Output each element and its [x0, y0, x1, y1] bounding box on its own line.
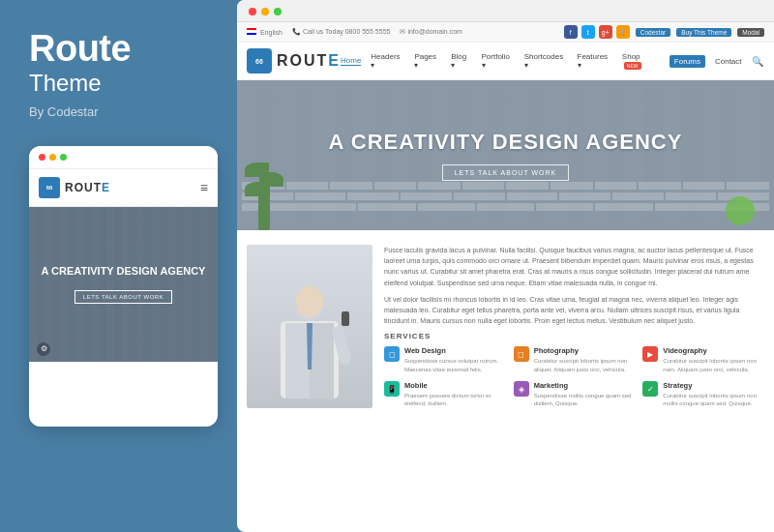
content-text: Fusce iaculis gravida lacus a pulvinar. … [384, 245, 764, 408]
service-desc-strategy: Curabitur suscipit lobortis ipsum non mo… [663, 392, 764, 408]
site-main-nav: 66 ROUTE Home Headers ▾ Pages ▾ Blog ▾ P… [237, 43, 774, 80]
man-figure [247, 245, 372, 408]
browser-dot-yellow [261, 8, 269, 15]
nav-link-features[interactable]: Features ▾ [578, 52, 612, 70]
nav-link-forums[interactable]: Forums [670, 55, 705, 68]
site-hero: A CREATIVITY DESIGN AGENCY LETS TALK ABO… [237, 80, 774, 230]
theme-title: Route [29, 29, 218, 70]
flag-icon [247, 28, 256, 35]
googleplus-icon[interactable]: g+ [599, 25, 612, 39]
left-panel: Route Theme By Codestar 66 ROUTE ≡ [0, 0, 237, 532]
nav-link-shop[interactable]: Shop NEW [622, 52, 660, 70]
service-info-photo: Photography Curabitur suscipit lobortis … [534, 346, 636, 373]
service-item-strategy: ✓ Strategy Curabitur suscipit lobortis i… [642, 381, 764, 408]
nav-link-pages[interactable]: Pages ▾ [414, 52, 441, 70]
site-topbar: English 📞 Call us Today 0800 555 5555 ✉ … [237, 22, 774, 43]
service-name-photo: Photography [534, 346, 636, 355]
service-desc-photo: Curabitur suscipit lobortis ipsum non al… [534, 357, 636, 373]
mobile-dot-green [60, 154, 67, 161]
site-hero-cta-button[interactable]: LETS TALK ABOUT WORK [442, 164, 570, 181]
svg-rect-2 [285, 323, 310, 399]
nav-link-portfolio[interactable]: Portfolio ▾ [482, 52, 515, 70]
mobile-nav: 66 ROUTE ≡ [29, 169, 218, 207]
service-info-mobile: Mobile Praesent posuere dictum tortor et… [404, 381, 506, 408]
strategy-icon: ✓ [642, 381, 658, 397]
buy-theme-button[interactable]: Buy This Theme [676, 28, 731, 37]
service-info-video: Videography Curabitur suscipit lobortis … [663, 346, 764, 373]
nav-link-shortcodes[interactable]: Shortcodes ▾ [524, 52, 568, 70]
site-logo-box: 66 [247, 48, 272, 74]
browser-dot-green [274, 8, 282, 15]
language-selector[interactable]: English [247, 28, 283, 36]
mobile-preview-header [29, 146, 218, 169]
mobile-hero-content: A CREATIVITY DESIGN AGENCY LETS TALK ABO… [32, 254, 216, 313]
modal-button[interactable]: Modal [737, 28, 764, 37]
cart-icon[interactable]: 🛒 [616, 25, 630, 39]
right-panel: English 📞 Call us Today 0800 555 5555 ✉ … [237, 0, 774, 532]
site-hero-content: A CREATIVITY DESIGN AGENCY LETS TALK ABO… [237, 80, 774, 230]
service-name-mobile: Mobile [404, 381, 506, 390]
service-name-video: Videography [663, 346, 764, 355]
email-address: ✉ info@domain.com [400, 28, 461, 36]
browser-chrome [237, 0, 774, 22]
topbar-social: f t g+ 🛒 [564, 25, 630, 39]
service-info-marketing: Marketing Suspendisse mollis congue quam… [534, 381, 636, 408]
mobile-logo-highlight: E [102, 181, 110, 194]
site-logo-highlight: E [328, 52, 341, 69]
mobile-preview: 66 ROUTE ≡ A CREATIVITY DESIGN AGENCY LE… [29, 146, 218, 427]
photography-icon: ◻ [514, 346, 529, 362]
shop-new-badge: NEW [624, 62, 641, 70]
by-author: By Codestar [29, 104, 218, 119]
mobile-hamburger-icon[interactable]: ≡ [200, 180, 208, 195]
site-hero-title: A CREATIVITY DESIGN AGENCY [329, 130, 683, 155]
svg-point-5 [296, 286, 323, 317]
mobile-logo-row: 66 ROUTE [39, 177, 110, 198]
codestar-button[interactable]: Codestar [636, 28, 670, 37]
content-image [247, 245, 372, 408]
content-paragraph-1: Fusce iaculis gravida lacus a pulvinar. … [384, 245, 764, 288]
svg-rect-7 [342, 311, 349, 326]
service-item-video: ▶ Videography Curabitur suscipit loborti… [642, 346, 764, 373]
services-title: SERVICES [384, 332, 764, 340]
services-grid: ◻ Web Design Suspendisse cursus volutpat… [384, 346, 764, 408]
topbar-right: f t g+ 🛒 Codestar Buy This Theme Modal [564, 25, 764, 39]
nav-link-home[interactable]: Home [341, 56, 361, 66]
service-desc-video: Curabitur suscipit lobortis ipsum non na… [663, 357, 764, 373]
site-logo-text: ROUTE [277, 52, 341, 70]
service-item-mobile: 📱 Mobile Praesent posuere dictum tortor … [384, 381, 506, 408]
search-icon[interactable]: 🔍 [752, 54, 764, 68]
mobile-logo-text: ROUTE [65, 181, 110, 194]
browser-dot-red [249, 8, 256, 15]
marketing-icon: ◈ [514, 381, 529, 397]
service-info-strategy: Strategy Curabitur suscipit lobortis ips… [663, 381, 764, 408]
mobile-dot-red [39, 154, 45, 161]
theme-subtitle: Theme [29, 70, 218, 97]
nav-link-headers[interactable]: Headers ▾ [371, 52, 404, 70]
svg-rect-3 [310, 323, 334, 399]
mobile-window-dots [39, 154, 67, 161]
service-item-web: ◻ Web Design Suspendisse cursus volutpat… [384, 346, 506, 373]
site-wrapper: English 📞 Call us Today 0800 555 5555 ✉ … [237, 22, 774, 532]
phone-number: 📞 Call us Today 0800 555 5555 [292, 28, 391, 36]
mobile-hero-cta-button[interactable]: LETS TALK ABOUT WORK [74, 290, 172, 304]
service-name-marketing: Marketing [534, 381, 636, 390]
service-desc-mobile: Praesent posuere dictum tortor et eleife… [404, 392, 506, 408]
site-logo: 66 ROUTE [247, 48, 341, 74]
site-nav-links: Home Headers ▾ Pages ▾ Blog ▾ Portfolio … [341, 52, 764, 70]
service-desc-web: Suspendisse cursus volutpat rutrum. Maec… [404, 357, 506, 373]
nav-link-contact[interactable]: Contact [715, 57, 742, 66]
mobile-settings-icon[interactable]: ⚙ [37, 342, 50, 356]
svg-marker-4 [307, 323, 313, 369]
service-item-marketing: ◈ Marketing Suspendisse mollis congue qu… [514, 381, 636, 408]
service-name-strategy: Strategy [663, 381, 764, 390]
topbar-left: English 📞 Call us Today 0800 555 5555 ✉ … [247, 28, 462, 36]
facebook-icon[interactable]: f [564, 25, 578, 39]
mobile-hero: A CREATIVITY DESIGN AGENCY LETS TALK ABO… [29, 207, 218, 362]
mobile-icon: 📱 [384, 381, 400, 397]
twitter-icon[interactable]: t [581, 25, 595, 39]
person-illustration [256, 273, 363, 408]
nav-link-blog[interactable]: Blog ▾ [451, 52, 471, 70]
site-logo-number: 66 [255, 58, 263, 65]
service-desc-marketing: Suspendisse mollis congue quam sed duili… [534, 392, 636, 408]
mobile-hero-title: A CREATIVITY DESIGN AGENCY [42, 264, 206, 278]
